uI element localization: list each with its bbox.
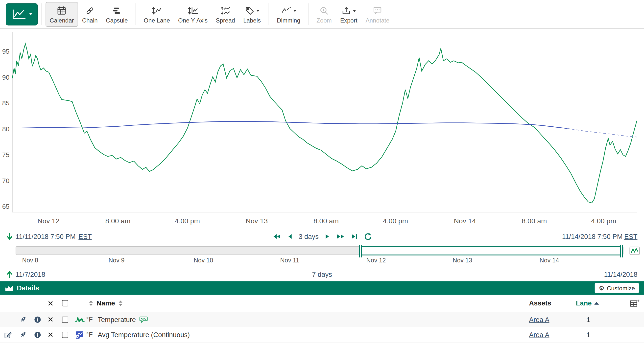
- end-datetime[interactable]: 11/14/2018 7:50 PM: [562, 232, 623, 240]
- y-tick-label: 75: [2, 151, 10, 158]
- remove-all-icon[interactable]: [44, 300, 57, 306]
- forecast-signal-icon: [73, 331, 86, 338]
- asset-link[interactable]: Area A: [529, 331, 549, 338]
- select-item-checkbox[interactable]: [62, 316, 68, 322]
- y-tick-label: 95: [2, 48, 10, 55]
- slider-tick-labels: Nov 8Nov 9Nov 10Nov 11Nov 12Nov 13Nov 14: [16, 257, 624, 264]
- x-tick-label: 4:00 pm: [175, 217, 200, 225]
- slider-selection[interactable]: [360, 246, 622, 255]
- sort-name-icon[interactable]: [118, 300, 123, 306]
- end-timezone[interactable]: EST: [624, 232, 637, 240]
- asset-swap-icon[interactable]: [16, 331, 30, 338]
- capsule-timeline-icon[interactable]: [629, 246, 640, 257]
- refresh-icon[interactable]: [364, 233, 372, 240]
- item-info-icon[interactable]: [30, 316, 44, 323]
- y-tick-label: 85: [2, 100, 10, 107]
- toolbar: Calendar Chain Capsul: [0, 0, 644, 29]
- name-column-header[interactable]: Name: [96, 299, 115, 307]
- start-timezone[interactable]: EST: [78, 232, 92, 240]
- step-to-now-icon[interactable]: [351, 234, 358, 240]
- lane-value: 1: [586, 331, 590, 338]
- slider-tick-label: Nov 10: [194, 257, 213, 264]
- labels-button[interactable]: Labels: [239, 2, 265, 26]
- x-tick-label: 4:00 pm: [383, 217, 408, 225]
- caret-down-icon: [256, 10, 259, 12]
- chain-button[interactable]: Chain: [78, 2, 102, 26]
- select-item-checkbox[interactable]: [62, 332, 68, 338]
- step-back-half-icon[interactable]: [288, 234, 292, 240]
- investigate-end-date[interactable]: 11/14/2018: [604, 270, 637, 278]
- item-name[interactable]: Temperature: [98, 316, 136, 324]
- toolbar-separator: [308, 3, 308, 25]
- signal-icon: [73, 316, 86, 323]
- x-tick-label: Nov 13: [246, 217, 268, 225]
- display-range-duration[interactable]: 3 days: [298, 232, 319, 240]
- remove-item-icon[interactable]: [44, 316, 57, 322]
- lane-column-header[interactable]: Lane: [576, 299, 625, 307]
- y-tick-label: 65: [2, 203, 10, 210]
- chain-icon: [85, 6, 95, 16]
- spread-icon: [220, 6, 231, 16]
- one-lane-button[interactable]: One Lane: [140, 2, 174, 26]
- trend-chart[interactable]: 95908580757065Nov 128:00 am4:00 pmNov 13…: [0, 29, 644, 229]
- chevron-down-icon: [29, 13, 32, 15]
- slider-tick-label: Nov 11: [280, 257, 299, 264]
- worksheet-view-selector[interactable]: [6, 3, 38, 25]
- investigate-start[interactable]: 11/7/2018: [7, 270, 45, 278]
- sort-type-icon[interactable]: [89, 300, 93, 306]
- add-column-icon[interactable]: [625, 299, 644, 307]
- item-info-icon[interactable]: [30, 331, 44, 338]
- zoom-icon: [319, 6, 329, 16]
- calendar-icon: [57, 6, 67, 16]
- capsule-button[interactable]: Capsule: [102, 2, 132, 26]
- display-range-end[interactable]: 11/14/2018 7:50 PM EST: [562, 232, 638, 240]
- slider-track[interactable]: [16, 246, 624, 255]
- unit-label: °F: [86, 331, 98, 338]
- details-table-header: Name Assets Lane: [0, 295, 644, 312]
- start-datetime[interactable]: 11/11/2018 7:50 PM: [16, 232, 76, 240]
- series-avg-temperature-continuous-forecast: [568, 128, 637, 137]
- capsule-icon: [112, 6, 122, 16]
- lane-value: 1: [586, 316, 590, 324]
- step-back-full-icon[interactable]: [272, 234, 282, 240]
- step-forward-full-icon[interactable]: [336, 234, 345, 240]
- display-range-start[interactable]: 11/11/2018 7:50 PM EST: [7, 232, 92, 240]
- export-button[interactable]: Export: [336, 2, 362, 26]
- comment-icon[interactable]: [139, 316, 148, 323]
- remove-item-icon[interactable]: [44, 332, 57, 337]
- calendar-button[interactable]: Calendar: [46, 2, 78, 26]
- annotate-button: Annotate: [362, 2, 394, 26]
- investigate-duration[interactable]: 7 days: [312, 270, 332, 278]
- trend-view-icon: [12, 9, 26, 20]
- slider-tick-label: Nov 8: [22, 257, 38, 264]
- gears-icon: ⚙: [599, 285, 604, 291]
- assets-column-header[interactable]: Assets: [529, 299, 551, 307]
- x-tick-label: Nov 12: [37, 217, 60, 225]
- slider-handle-right[interactable]: [620, 245, 623, 257]
- arrow-down-icon: [7, 233, 13, 240]
- slider-tick-label: Nov 9: [108, 257, 124, 264]
- display-range-bar: 11/11/2018 7:50 PM EST 3 days: [0, 229, 644, 244]
- customize-button[interactable]: ⚙ Customize: [595, 283, 639, 293]
- one-y-axis-button[interactable]: One Y-Axis: [174, 2, 212, 26]
- slider-handle-left[interactable]: [359, 245, 362, 257]
- item-name[interactable]: Avg Temperature (Continuous): [98, 331, 190, 338]
- asset-link[interactable]: Area A: [529, 316, 549, 323]
- x-tick-label: 4:00 pm: [591, 217, 616, 225]
- spread-button[interactable]: Spread: [212, 2, 239, 26]
- investigate-start-date[interactable]: 11/7/2018: [16, 270, 45, 278]
- asset-swap-icon[interactable]: [16, 316, 30, 323]
- edit-item-icon[interactable]: [0, 331, 16, 338]
- select-all-checkbox[interactable]: [62, 300, 68, 306]
- dimming-button[interactable]: Dimming: [273, 2, 304, 26]
- details-row-avg-temperature[interactable]: °F Avg Temperature (Continuous) Area A 1: [0, 327, 644, 342]
- one-y-axis-label: One Y-Axis: [178, 17, 208, 24]
- labels-label: Labels: [243, 17, 261, 24]
- zoom-button: Zoom: [312, 2, 336, 26]
- one-y-axis-icon: [188, 6, 198, 16]
- step-forward-half-icon[interactable]: [325, 234, 330, 240]
- details-row-temperature[interactable]: °F Temperature Area A 1: [0, 312, 644, 327]
- chain-label: Chain: [82, 17, 98, 24]
- dimming-icon: [281, 6, 292, 16]
- x-tick-label: 8:00 am: [105, 217, 130, 225]
